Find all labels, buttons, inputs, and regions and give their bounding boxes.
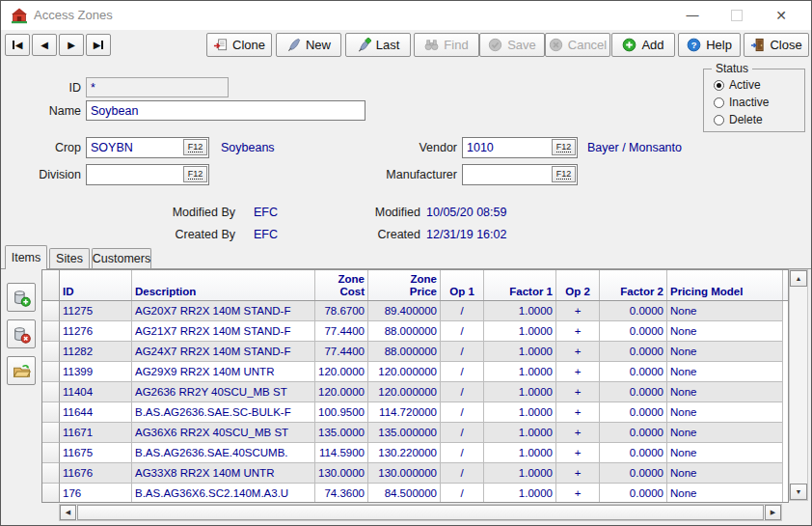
tab-items[interactable]: Items [5, 245, 47, 269]
cell-pricing_model[interactable]: None [667, 443, 783, 463]
division-f12-lookup-button[interactable]: F12 [183, 166, 207, 182]
cell-zone_price[interactable]: 120.000000 [368, 382, 441, 402]
grid-col-header-zone_cost[interactable]: Zone Cost [315, 270, 368, 300]
table-row[interactable]: 11644B.AS.AG2636.SAE.SC-BULK-F100.950011… [42, 402, 788, 423]
close-button[interactable]: Close [744, 33, 809, 57]
cell-pricing_model[interactable]: None [667, 484, 783, 503]
row-selector[interactable] [42, 423, 60, 443]
cell-pricing_model[interactable]: None [667, 321, 783, 342]
cell-factor2[interactable]: 0.0000 [600, 382, 667, 402]
row-selector[interactable] [42, 321, 60, 342]
cell-op1[interactable]: / [441, 321, 484, 342]
cell-zone_cost[interactable]: 135.0000 [315, 423, 368, 443]
cell-factor1[interactable]: 1.0000 [484, 342, 556, 362]
cell-op1[interactable]: / [441, 301, 484, 321]
grid-col-header-description[interactable]: Description [132, 270, 315, 300]
cell-zone_price[interactable]: 88.000000 [368, 321, 441, 342]
cell-description[interactable]: B.AS.AG2636.SAE.SC-BULK-F [132, 402, 315, 423]
clone-button[interactable]: Clone [206, 33, 272, 57]
grid-col-header-op2[interactable]: Op 2 [556, 270, 600, 300]
cell-factor2[interactable]: 0.0000 [600, 342, 667, 362]
cell-factor1[interactable]: 1.0000 [484, 321, 556, 342]
row-selector[interactable] [42, 402, 60, 423]
cell-description[interactable]: B.AS.AG36X6.SC2.140M.A3.U [132, 484, 315, 503]
grid-col-header-zone_price[interactable]: Zone Price [368, 270, 441, 300]
cell-id[interactable]: 11644 [60, 402, 132, 423]
cell-op2[interactable]: + [556, 382, 600, 402]
cell-pricing_model[interactable]: None [667, 402, 783, 423]
horizontal-scroll-thumb[interactable] [77, 505, 764, 520]
cell-id[interactable]: 11399 [60, 362, 132, 382]
cell-zone_price[interactable]: 130.000000 [368, 463, 441, 484]
tab-customers[interactable]: Customers [92, 248, 151, 268]
cell-factor2[interactable]: 0.0000 [600, 321, 667, 342]
cell-op1[interactable]: / [441, 463, 484, 484]
status-radio-active[interactable]: Active [714, 78, 761, 92]
cell-zone_cost[interactable]: 77.4400 [315, 342, 368, 362]
grid-col-header-factor2[interactable]: Factor 2 [600, 270, 667, 300]
cell-pricing_model[interactable]: None [667, 362, 783, 382]
cell-factor2[interactable]: 0.0000 [600, 362, 667, 382]
cell-factor1[interactable]: 1.0000 [484, 443, 556, 463]
row-selector[interactable] [42, 342, 60, 362]
tab-sites[interactable]: Sites [49, 248, 90, 268]
cell-description[interactable]: AG33X8 RR2X 140M UNTR [132, 463, 315, 484]
row-selector[interactable] [42, 382, 60, 402]
cell-pricing_model[interactable]: None [667, 463, 783, 484]
table-row[interactable]: 11282AG24X7 RR2X 140M STAND-F77.440088.0… [42, 342, 788, 362]
cell-zone_price[interactable]: 135.000000 [368, 423, 441, 443]
find-button[interactable]: Find [414, 33, 479, 57]
cell-description[interactable]: AG21X7 RR2X 140M STAND-F [132, 321, 315, 342]
cell-id[interactable]: 11671 [60, 423, 132, 443]
table-row[interactable]: 11275AG20X7 RR2X 140M STAND-F78.670089.4… [42, 301, 788, 321]
cell-pricing_model[interactable]: None [667, 342, 783, 362]
cell-op2[interactable]: + [556, 342, 600, 362]
minimize-button[interactable]: — [670, 1, 715, 29]
last-button[interactable]: Last [345, 33, 411, 57]
grid-vertical-scrollbar[interactable]: ▲ ▼ [789, 269, 808, 501]
cell-zone_price[interactable]: 89.400000 [368, 301, 441, 321]
cell-factor2[interactable]: 0.0000 [600, 301, 667, 321]
row-selector[interactable] [42, 463, 60, 484]
cell-description[interactable]: AG2636 RR2Y 40SCU_MB ST [132, 382, 315, 402]
table-row[interactable]: 176B.AS.AG36X6.SC2.140M.A3.U74.360084.50… [42, 484, 788, 503]
open-folder-button[interactable] [7, 356, 36, 385]
cell-factor1[interactable]: 1.0000 [484, 484, 556, 503]
new-button[interactable]: New [276, 33, 341, 57]
cell-op2[interactable]: + [556, 402, 600, 423]
last-record-button[interactable]: ▶ [86, 34, 111, 56]
grid-horizontal-scrollbar[interactable]: ◀ ▶ [59, 504, 782, 521]
cell-description[interactable]: AG29X9 RR2X 140M UNTR [132, 362, 315, 382]
first-record-button[interactable]: ◀ [5, 34, 30, 56]
cell-op2[interactable]: + [556, 463, 600, 484]
grid-col-header-op1[interactable]: Op 1 [441, 270, 484, 300]
cell-id[interactable]: 11675 [60, 443, 132, 463]
cell-description[interactable]: AG24X7 RR2X 140M STAND-F [132, 342, 315, 362]
cell-factor2[interactable]: 0.0000 [600, 484, 667, 503]
row-selector[interactable] [42, 301, 60, 321]
cell-zone_cost[interactable]: 78.6700 [315, 301, 368, 321]
scroll-left-button[interactable]: ◀ [60, 505, 76, 520]
cell-op1[interactable]: / [441, 443, 484, 463]
delete-row-button[interactable] [7, 319, 36, 348]
row-selector[interactable] [42, 362, 60, 382]
cell-zone_price[interactable]: 88.000000 [368, 342, 441, 362]
grid-col-header-factor1[interactable]: Factor 1 [484, 270, 556, 300]
next-record-button[interactable]: ▶ [59, 34, 84, 56]
cancel-button[interactable]: Cancel [545, 33, 610, 57]
status-radio-delete[interactable]: Delete [714, 113, 763, 126]
cell-zone_cost[interactable]: 120.0000 [315, 362, 368, 382]
cell-description[interactable]: AG36X6 RR2X 40SCU_MB ST [132, 423, 315, 443]
crop-f12-lookup-button[interactable]: F12 [183, 139, 207, 155]
manufacturer-f12-lookup-button[interactable]: F12 [552, 166, 576, 182]
cell-op2[interactable]: + [556, 484, 600, 503]
cell-zone_price[interactable]: 84.500000 [368, 484, 441, 503]
cell-factor2[interactable]: 0.0000 [600, 463, 667, 484]
vendor-f12-lookup-button[interactable]: F12 [552, 139, 576, 155]
grid-col-header-id[interactable]: ID [60, 270, 132, 300]
grid-col-header-pricing_model[interactable]: Pricing Model [667, 270, 783, 300]
scroll-down-button[interactable]: ▼ [790, 484, 807, 500]
cell-zone_price[interactable]: 130.220000 [368, 443, 441, 463]
cell-pricing_model[interactable]: None [667, 382, 783, 402]
cell-id[interactable]: 11676 [60, 463, 132, 484]
